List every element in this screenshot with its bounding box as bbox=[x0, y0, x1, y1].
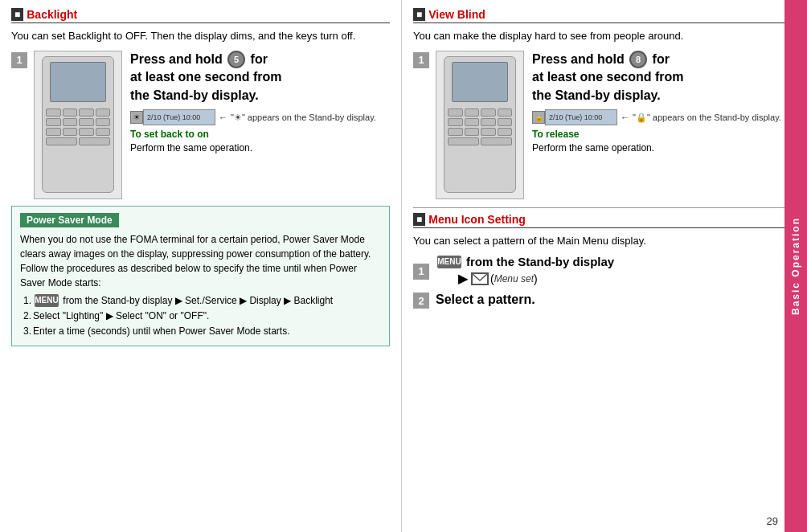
backlight-section-header: ■ Backlight bbox=[11, 8, 390, 23]
power-saver-item-3-text: Enter a time (seconds) until when Power … bbox=[33, 325, 289, 337]
view-blind-instruction: Press and hold 8 for at least one second… bbox=[532, 51, 796, 105]
header-box-right: ■ bbox=[413, 8, 425, 21]
power-saver-title: Power Saver Mode bbox=[20, 213, 119, 227]
vb-standby-appears-text: "🔒" appears on the Stand-by display. bbox=[633, 113, 781, 123]
right-column: ■ View Blind You can make the display ha… bbox=[402, 0, 807, 532]
menu-icon-setting-intro: You can select a pattern of the Main Men… bbox=[413, 233, 796, 249]
power-saver-item-2-text: Select "Lighting" ▶ Select "ON" or "OFF"… bbox=[33, 310, 209, 321]
envelope-icon bbox=[471, 272, 489, 285]
backlight-sub-text: Perform the same operation. bbox=[130, 141, 390, 155]
menu-icon-step2: 2 Select a pattern. bbox=[413, 291, 796, 309]
power-saver-box: Power Saver Mode When you do not use the… bbox=[11, 206, 390, 347]
view-blind-step1: 1 bbox=[413, 51, 796, 199]
standby-screen: 2/10 (Tue) 10:00 bbox=[143, 109, 215, 125]
view-blind-standby-indicator: 🔒 2/10 (Tue) 10:00 ← "🔒" appears on the … bbox=[532, 109, 796, 125]
backlight-title: Backlight bbox=[27, 8, 77, 21]
menu-icon-setting-title: Menu Icon Setting bbox=[428, 213, 526, 226]
left-column: ■ Backlight You can set Backlight to OFF… bbox=[0, 0, 402, 532]
header-box-left: ■ bbox=[11, 8, 23, 21]
menu-icon-setting-header: ■ Menu Icon Setting bbox=[413, 213, 796, 228]
vb-standby-date-time: 2/10 (Tue) 10:00 bbox=[549, 113, 602, 121]
page-number: 29 bbox=[767, 515, 778, 527]
view-blind-to-release-text: Perform the same operation. bbox=[532, 141, 796, 155]
power-saver-item-2: Select "Lighting" ▶ Select "ON" or "OFF"… bbox=[23, 309, 381, 324]
view-blind-section-header: ■ View Blind bbox=[413, 8, 796, 23]
menu-button-inline: MENU bbox=[35, 294, 59, 307]
backlight-step1-content: Press and hold 5 for at least one second… bbox=[130, 51, 390, 160]
menu-set-inline: ▶ ( Menu set ) bbox=[458, 272, 796, 286]
power-saver-item-1-text: from the Stand-by display ▶ Set./Service… bbox=[63, 295, 333, 306]
phone-image-backlight bbox=[34, 51, 122, 199]
header-box-menu: ■ bbox=[413, 213, 425, 226]
menu-icon-step1-content: MENU from the Stand-by display ▶ ( Menu … bbox=[436, 255, 796, 286]
side-tab: Basic Operation bbox=[784, 0, 807, 532]
view-blind-title: View Blind bbox=[428, 8, 485, 21]
side-tab-text: Basic Operation bbox=[790, 217, 801, 315]
arrow-right: ▶ bbox=[458, 272, 468, 286]
envelope-close-paren: ) bbox=[534, 272, 538, 285]
menu-icon-step1: 1 MENU from the Stand-by display ▶ ( Men… bbox=[413, 255, 796, 286]
power-saver-list: MENU from the Stand-by display ▶ Set./Se… bbox=[20, 293, 381, 340]
view-blind-step-number: 1 bbox=[413, 52, 429, 68]
key-5: 5 bbox=[227, 51, 245, 68]
view-blind-intro: You can make the display hard to see fro… bbox=[413, 28, 796, 44]
view-blind-step1-content: Press and hold 8 for at least one second… bbox=[532, 51, 796, 160]
menu-icon-step1-label: from the Stand-by display bbox=[466, 255, 614, 268]
menu-set-code: Menu set bbox=[494, 273, 534, 284]
menu-button-step1: MENU bbox=[437, 256, 461, 268]
backlight-standby-indicator: ☀ 2/10 (Tue) 10:00 ← "☀" appears on the … bbox=[130, 109, 390, 125]
backlight-step1: 1 bbox=[11, 51, 390, 199]
menu-icon-step2-content: Select a pattern. bbox=[436, 293, 796, 307]
vb-standby-arrow: ← bbox=[621, 113, 629, 122]
vb-standby-screen: 2/10 (Tue) 10:00 bbox=[545, 109, 617, 125]
standby-mini-icon: ☀ bbox=[130, 111, 143, 124]
backlight-step1-instruction: Press and hold 5 for at least one second… bbox=[130, 51, 390, 105]
power-saver-item-3: Enter a time (seconds) until when Power … bbox=[23, 324, 381, 339]
envelope-svg bbox=[473, 274, 487, 284]
phone-image-view-blind bbox=[436, 51, 524, 199]
key-8: 8 bbox=[629, 51, 647, 68]
backlight-sub-title: To set back to on bbox=[130, 129, 390, 140]
section-divider bbox=[413, 207, 796, 208]
view-blind-to-release-title: To release bbox=[532, 129, 796, 140]
power-saver-intro: When you do not use the FOMA terminal fo… bbox=[20, 232, 381, 290]
menu-icon-step2-number: 2 bbox=[413, 293, 429, 309]
backlight-intro: You can set Backlight to OFF. Then the d… bbox=[11, 28, 390, 44]
power-saver-item-1: MENU from the Stand-by display ▶ Set./Se… bbox=[23, 293, 381, 309]
menu-icon-step2-text: Select a pattern. bbox=[436, 293, 535, 306]
standby-date-time: 2/10 (Tue) 10:00 bbox=[147, 113, 200, 121]
standby-arrow: ← bbox=[219, 113, 227, 122]
menu-icon-step1-number: 1 bbox=[413, 264, 429, 280]
standby-appears-text: "☀" appears on the Stand-by display. bbox=[231, 113, 376, 123]
menu-icon-step1-text-row: MENU from the Stand-by display bbox=[436, 255, 796, 268]
step-number-1: 1 bbox=[11, 52, 27, 68]
vb-standby-mini-icon: 🔒 bbox=[532, 111, 545, 124]
